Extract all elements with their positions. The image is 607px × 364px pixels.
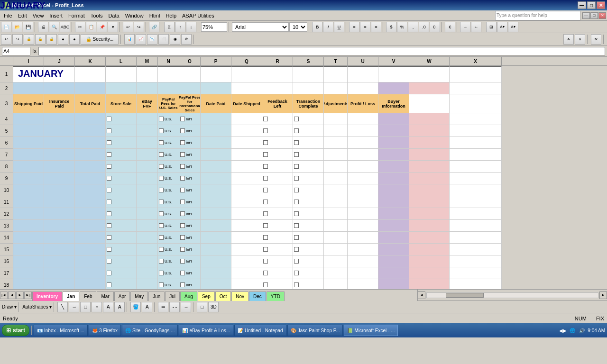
menu-format[interactable]: Format <box>65 12 88 19</box>
col-header-m[interactable]: M <box>137 57 158 65</box>
col-header-p[interactable]: P <box>201 57 231 65</box>
cell-p15[interactable] <box>201 244 231 255</box>
app-close-button[interactable]: ✕ <box>598 12 606 19</box>
cell-i14[interactable] <box>13 232 44 244</box>
cell-k16[interactable] <box>75 255 106 267</box>
hscroll-thumb[interactable] <box>446 293 484 298</box>
cell-k10[interactable] <box>75 184 106 196</box>
tb2-chart5[interactable]: ◉ <box>170 34 180 45</box>
borders-button[interactable]: ⊞ <box>486 22 497 32</box>
cell-w4[interactable] <box>409 113 450 125</box>
cell-q14[interactable] <box>231 232 262 244</box>
cell-l10[interactable] <box>106 184 137 196</box>
tab-nav-first[interactable]: |◄ <box>0 291 8 299</box>
cell-i4[interactable] <box>13 113 44 125</box>
tb2-extra2[interactable]: a <box>575 34 585 45</box>
cell-j14[interactable] <box>44 232 75 244</box>
cell-k2[interactable] <box>75 82 106 94</box>
cell-v15[interactable] <box>378 244 409 255</box>
cell-j15[interactable] <box>44 244 75 255</box>
cell-j6[interactable] <box>44 137 75 149</box>
cell-m11[interactable] <box>137 196 158 208</box>
tab-feb[interactable]: Feb <box>80 291 96 301</box>
cell-p18[interactable] <box>201 279 231 289</box>
tb2-chart1[interactable]: 📊 <box>124 34 135 45</box>
cell-m16[interactable] <box>137 255 158 267</box>
cell-r6[interactable] <box>262 137 293 149</box>
menu-view[interactable]: View <box>30 12 47 19</box>
paste-special-button[interactable]: ▾ <box>108 22 118 32</box>
cell-m3-header[interactable]: eBay FVF <box>137 94 158 113</box>
cell-m10[interactable] <box>137 184 158 196</box>
copy-button[interactable]: 📋 <box>86 22 96 32</box>
cell-v11[interactable] <box>378 196 409 208</box>
cell-k3-header[interactable]: Total Paid <box>75 94 106 113</box>
cell-i15[interactable] <box>13 244 44 255</box>
cell-o15[interactable]: Int'l <box>179 244 201 255</box>
cell-q8[interactable] <box>231 161 262 173</box>
cell-m7[interactable] <box>137 149 158 161</box>
cell-j7[interactable] <box>44 149 75 161</box>
app-restore-button[interactable]: □ <box>590 12 598 19</box>
tb2-btn1[interactable]: ↩ <box>1 34 11 45</box>
tb2-fn1[interactable]: fx <box>591 34 601 45</box>
menu-insert[interactable]: Insert <box>46 12 65 19</box>
print-preview-button[interactable]: 🔍 <box>49 22 59 32</box>
security-button[interactable]: 🔒 Security... <box>81 34 119 45</box>
tb2-btn3[interactable]: 🔒 <box>24 34 34 45</box>
autosum-button[interactable]: Σ <box>164 22 175 32</box>
cell-u14[interactable] <box>348 232 378 244</box>
decrease-decimal-button[interactable]: 0. <box>430 22 440 32</box>
cell-o18[interactable]: Int'l <box>179 279 201 289</box>
cell-v3-header[interactable]: Buyer Information <box>378 94 409 113</box>
cell-l6[interactable] <box>106 137 137 149</box>
cell-q10[interactable] <box>231 184 262 196</box>
cell-s18[interactable] <box>293 279 324 289</box>
cell-n11[interactable]: U.S. <box>158 196 179 208</box>
cell-l7[interactable] <box>106 149 137 161</box>
cell-x1[interactable] <box>450 66 502 82</box>
cell-l4[interactable] <box>106 113 137 125</box>
paste-button[interactable]: 📌 <box>97 22 107 32</box>
tab-oct[interactable]: Oct <box>215 291 231 301</box>
cell-w3[interactable] <box>409 94 450 113</box>
cell-l17[interactable] <box>106 267 137 279</box>
cell-r10[interactable] <box>262 184 293 196</box>
cell-t12[interactable] <box>324 208 348 220</box>
taskbar-inbox[interactable]: 📧 Inbox - Microsoft ... <box>34 325 88 336</box>
draw-dash[interactable]: - - <box>169 302 180 312</box>
cell-p16[interactable] <box>201 255 231 267</box>
undo-button[interactable]: ↩ <box>123 22 133 32</box>
cell-x14[interactable] <box>450 232 502 244</box>
cell-w2[interactable] <box>409 82 450 94</box>
col-header-x[interactable]: X <box>450 57 502 65</box>
cell-r18[interactable] <box>262 279 293 289</box>
tab-sep[interactable]: Sep <box>198 291 215 301</box>
cell-m18[interactable] <box>137 279 158 289</box>
hyperlink-button[interactable]: 🔗 <box>149 22 159 32</box>
cell-o14[interactable]: Int'l <box>179 232 201 244</box>
cell-x2[interactable] <box>450 82 502 94</box>
cell-o11[interactable]: Int'l <box>179 196 201 208</box>
cell-n14[interactable]: U.S. <box>158 232 179 244</box>
draw-3d[interactable]: 3D <box>208 302 219 312</box>
cell-n1[interactable] <box>158 66 179 82</box>
cell-v6[interactable] <box>378 137 409 149</box>
cell-r3-header[interactable]: Feedback Left <box>262 94 293 113</box>
cell-reference-input[interactable] <box>2 47 30 55</box>
cell-w10[interactable] <box>409 184 450 196</box>
cell-o17[interactable]: Int'l <box>179 267 201 279</box>
cell-n6[interactable]: U.S. <box>158 137 179 149</box>
cell-u17[interactable] <box>348 267 378 279</box>
cell-k1[interactable] <box>75 66 106 82</box>
draw-color[interactable]: 🪣 <box>130 302 141 312</box>
font-color-button[interactable]: A▾ <box>508 22 518 32</box>
font-select[interactable]: Arial <box>232 22 289 32</box>
cell-u12[interactable] <box>348 208 378 220</box>
formula-input[interactable] <box>38 47 605 55</box>
cell-s10[interactable] <box>293 184 324 196</box>
cell-j12[interactable] <box>44 208 75 220</box>
cell-v17[interactable] <box>378 267 409 279</box>
col-header-r[interactable]: R <box>262 57 293 65</box>
cell-u1[interactable] <box>348 66 378 82</box>
